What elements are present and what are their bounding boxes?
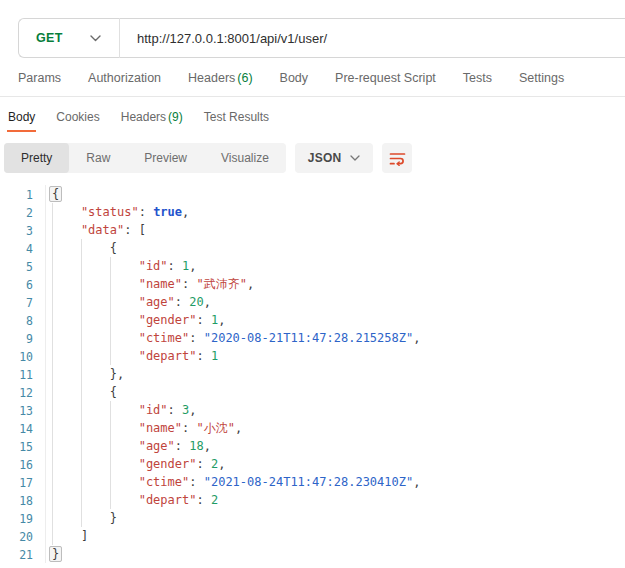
token-punc: , [413,475,420,489]
token-punc: : [196,313,210,327]
code-line: 20] [0,527,625,545]
tab-body[interactable]: Body [280,71,309,85]
line-number: 7 [0,293,33,311]
token-punc: , [182,205,189,219]
url-input[interactable]: http://127.0.0.1:8001/api/v1/user/ [120,31,625,46]
token-punc: : [168,403,182,417]
tab-tests[interactable]: Tests [463,71,492,85]
token-punc: : [168,259,182,273]
line-number: 6 [0,275,33,293]
token-punc: , [235,421,242,435]
token-punc: : [196,349,210,363]
indent-guide [110,293,139,311]
token-punc: : [196,457,210,471]
code-line: 11}, [0,365,625,383]
response-headers-count-badge: (9) [168,110,183,124]
token-key: "name" [139,421,182,435]
api-client-window: GET http://127.0.0.1:8001/api/v1/user/ P… [0,0,625,568]
token-punc: : [189,475,203,489]
tab-settings[interactable]: Settings [519,71,564,85]
response-body-json: 1{2"status": true,3"data": [4{5"id": 1,6… [0,185,625,563]
tab-params[interactable]: Params [18,71,61,85]
token-punc: : [196,493,210,507]
code-line: 18"depart": 2 [0,491,625,509]
code-line: 1{ [0,185,625,203]
token-punc: } [110,511,117,525]
indent-guide [52,329,81,347]
indent-guide [110,455,139,473]
indent-guide [81,293,110,311]
line-number: 20 [0,527,33,545]
response-tab-cookies[interactable]: Cookies [55,108,100,132]
view-mode-visualize[interactable]: Visualize [204,143,286,173]
code-line: 21} [0,545,625,563]
code-line: 17"ctime": "2021-08-24T11:47:28.230410Z"… [0,473,625,491]
indent-guide [52,455,81,473]
method-selector[interactable]: GET [19,19,119,57]
response-tab-headers[interactable]: Headers(9) [120,108,184,132]
response-tab-test-results[interactable]: Test Results [203,108,270,132]
view-mode-preview[interactable]: Preview [127,143,204,173]
tab-headers[interactable]: Headers(6) [188,71,253,85]
view-mode-pretty[interactable]: Pretty [4,143,69,173]
view-mode-raw[interactable]: Raw [69,143,127,173]
line-number: 19 [0,509,33,527]
token-num: 2 [211,493,218,507]
indent-guide [81,473,110,491]
fold-marker[interactable]: } [49,546,62,562]
token-num: 18 [189,439,203,453]
line-number: 21 [0,545,33,563]
indent-guide [110,437,139,455]
indent-guide [110,491,139,509]
token-punc: : [175,295,189,309]
token-punc: , [413,331,420,345]
tab-authorization[interactable]: Authorization [88,71,161,85]
response-tab-body[interactable]: Body [7,108,36,132]
code-line: 12{ [0,383,625,401]
indent-guide [52,293,81,311]
code-line: 10"depart": 1 [0,347,625,365]
indent-guide [52,383,81,401]
token-punc: : [ [124,223,146,237]
code-line: 4{ [0,239,625,257]
line-number: 8 [0,311,33,329]
token-str: "小沈" [196,421,234,435]
indent-guide [110,347,139,365]
response-tabs: Body Cookies Headers(9) Test Results [0,108,625,135]
indent-guide [52,401,81,419]
code-line: 15"age": 18, [0,437,625,455]
wrap-lines-button[interactable] [382,143,412,173]
token-str: "武沛齐" [196,277,246,291]
code-line: 13"id": 3, [0,401,625,419]
token-key: "age" [139,439,175,453]
code-line: 3"data": [ [0,221,625,239]
token-punc: : [175,439,189,453]
indent-guide [52,419,81,437]
token-key: "ctime" [139,475,190,489]
indent-guide [52,275,81,293]
line-number: 15 [0,437,33,455]
format-dropdown[interactable]: JSON [295,143,373,173]
wrap-lines-icon [389,151,406,166]
token-punc: , [218,457,225,471]
indent-guide [52,347,81,365]
token-punc: , [218,313,225,327]
line-number: 10 [0,347,33,365]
response-view-toolbar: Pretty Raw Preview Visualize JSON [4,143,625,173]
format-value: JSON [308,151,341,165]
indent-guide [52,437,81,455]
token-punc: , [189,403,196,417]
token-key: "depart" [139,349,197,363]
indent-guide [81,437,110,455]
indent-guide [81,383,110,401]
indent-guide [81,509,110,527]
indent-guide [81,419,110,437]
line-number: 4 [0,239,33,257]
fold-marker[interactable]: { [49,186,62,202]
indent-guide [81,329,110,347]
indent-guide [52,527,81,545]
line-number: 11 [0,365,33,383]
tab-pre-request-script[interactable]: Pre-request Script [335,71,436,85]
headers-count-badge: (6) [237,71,252,85]
token-key: "ctime" [139,331,190,345]
